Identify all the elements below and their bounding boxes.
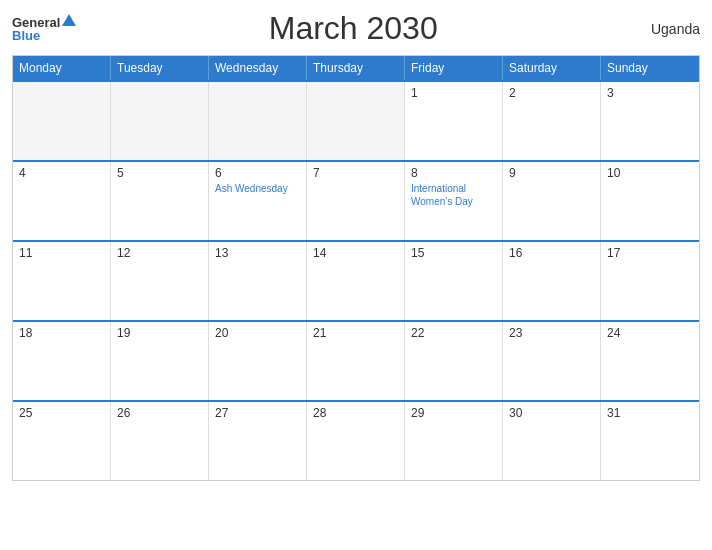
- cal-cell: 1: [405, 82, 503, 160]
- cal-cell: [13, 82, 111, 160]
- day-number: 2: [509, 86, 594, 100]
- day-number: 6: [215, 166, 300, 180]
- day-number: 18: [19, 326, 104, 340]
- cal-cell: 18: [13, 322, 111, 400]
- logo-triangle-icon: [62, 14, 76, 26]
- day-number: 1: [411, 86, 496, 100]
- logo-blue-text: Blue: [12, 29, 76, 42]
- calendar-header: MondayTuesdayWednesdayThursdayFridaySatu…: [13, 56, 699, 80]
- cal-cell: 3: [601, 82, 699, 160]
- cal-cell: 5: [111, 162, 209, 240]
- day-number: 13: [215, 246, 300, 260]
- cal-cell: 24: [601, 322, 699, 400]
- calendar-event: International Women's Day: [411, 182, 496, 208]
- day-header-tuesday: Tuesday: [111, 56, 209, 80]
- day-header-wednesday: Wednesday: [209, 56, 307, 80]
- day-number: 27: [215, 406, 300, 420]
- cal-cell: 28: [307, 402, 405, 480]
- cal-cell: 16: [503, 242, 601, 320]
- cal-cell: 20: [209, 322, 307, 400]
- cal-cell: 12: [111, 242, 209, 320]
- cal-cell: 23: [503, 322, 601, 400]
- week-row-5: 25262728293031: [13, 400, 699, 480]
- calendar: MondayTuesdayWednesdayThursdayFridaySatu…: [12, 55, 700, 481]
- cal-cell: 31: [601, 402, 699, 480]
- cal-cell: 2: [503, 82, 601, 160]
- header: General Blue March 2030 Uganda: [12, 10, 700, 47]
- calendar-title: March 2030: [76, 10, 630, 47]
- day-number: 3: [607, 86, 693, 100]
- cal-cell: 29: [405, 402, 503, 480]
- week-row-4: 18192021222324: [13, 320, 699, 400]
- day-number: 25: [19, 406, 104, 420]
- day-number: 19: [117, 326, 202, 340]
- logo: General Blue: [12, 16, 76, 42]
- cal-cell: 7: [307, 162, 405, 240]
- day-header-monday: Monday: [13, 56, 111, 80]
- day-number: 15: [411, 246, 496, 260]
- cal-cell: [307, 82, 405, 160]
- cal-cell: 6Ash Wednesday: [209, 162, 307, 240]
- day-number: 28: [313, 406, 398, 420]
- cal-cell: 30: [503, 402, 601, 480]
- cal-cell: 17: [601, 242, 699, 320]
- day-number: 30: [509, 406, 594, 420]
- cal-cell: [111, 82, 209, 160]
- cal-cell: 26: [111, 402, 209, 480]
- day-number: 12: [117, 246, 202, 260]
- day-header-saturday: Saturday: [503, 56, 601, 80]
- cal-cell: 13: [209, 242, 307, 320]
- day-number: 20: [215, 326, 300, 340]
- cal-cell: 19: [111, 322, 209, 400]
- logo-general-text: General: [12, 16, 60, 29]
- day-header-friday: Friday: [405, 56, 503, 80]
- cal-cell: 11: [13, 242, 111, 320]
- week-row-2: 456Ash Wednesday78International Women's …: [13, 160, 699, 240]
- cal-cell: 15: [405, 242, 503, 320]
- day-header-sunday: Sunday: [601, 56, 699, 80]
- cal-cell: 4: [13, 162, 111, 240]
- cal-cell: 22: [405, 322, 503, 400]
- day-number: 14: [313, 246, 398, 260]
- day-number: 31: [607, 406, 693, 420]
- day-header-thursday: Thursday: [307, 56, 405, 80]
- calendar-event: Ash Wednesday: [215, 182, 300, 195]
- day-number: 24: [607, 326, 693, 340]
- cal-cell: 10: [601, 162, 699, 240]
- cal-cell: 14: [307, 242, 405, 320]
- calendar-body: 123456Ash Wednesday78International Women…: [13, 80, 699, 480]
- week-row-1: 123: [13, 80, 699, 160]
- cal-cell: 25: [13, 402, 111, 480]
- cal-cell: 27: [209, 402, 307, 480]
- day-number: 22: [411, 326, 496, 340]
- day-number: 23: [509, 326, 594, 340]
- day-number: 10: [607, 166, 693, 180]
- day-number: 16: [509, 246, 594, 260]
- day-number: 4: [19, 166, 104, 180]
- day-number: 11: [19, 246, 104, 260]
- day-number: 29: [411, 406, 496, 420]
- country-label: Uganda: [630, 21, 700, 37]
- day-number: 9: [509, 166, 594, 180]
- cal-cell: [209, 82, 307, 160]
- week-row-3: 11121314151617: [13, 240, 699, 320]
- day-number: 5: [117, 166, 202, 180]
- day-number: 21: [313, 326, 398, 340]
- day-number: 7: [313, 166, 398, 180]
- day-number: 8: [411, 166, 496, 180]
- calendar-page: General Blue March 2030 Uganda MondayTue…: [0, 0, 712, 550]
- cal-cell: 8International Women's Day: [405, 162, 503, 240]
- day-number: 26: [117, 406, 202, 420]
- day-number: 17: [607, 246, 693, 260]
- cal-cell: 21: [307, 322, 405, 400]
- cal-cell: 9: [503, 162, 601, 240]
